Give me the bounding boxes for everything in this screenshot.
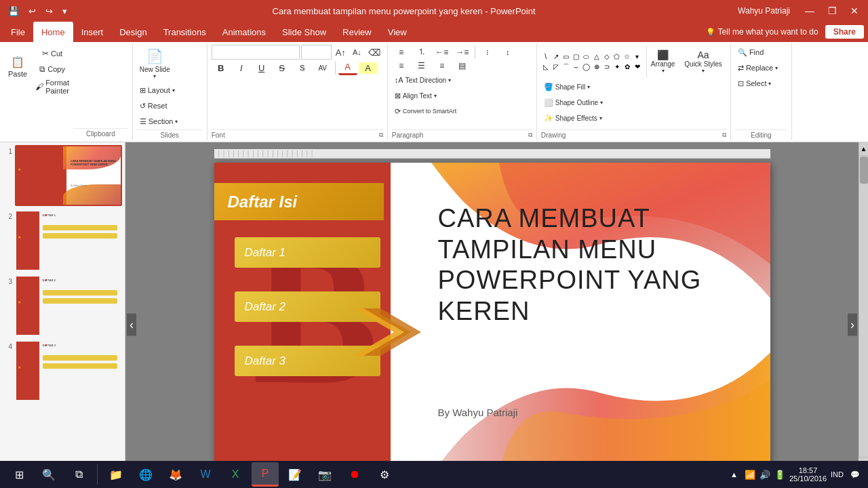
font-shrink-button[interactable]: A↓ [350, 47, 364, 58]
numbering-button[interactable]: ⒈ [412, 45, 431, 59]
find-button[interactable]: 🔍 Find [735, 45, 766, 60]
tab-design[interactable]: Design [111, 22, 155, 42]
undo-button[interactable]: ↩ [26, 5, 39, 18]
font-expand-icon[interactable]: ⧉ [379, 131, 383, 139]
paste-button[interactable]: 📋 Paste [4, 46, 31, 87]
chevron-up-taskbar[interactable]: ▲ [728, 462, 741, 487]
edge-taskbar-button[interactable]: 🌐 [132, 462, 159, 487]
italic-button[interactable]: I [232, 62, 251, 75]
tell-me-input[interactable]: 💡 Tell me what you want to do [699, 26, 825, 38]
shape-line[interactable]: \ [541, 52, 551, 62]
shape-t9[interactable]: ✿ [623, 62, 632, 72]
bullets-button[interactable]: ≡ [392, 46, 411, 58]
camera-taskbar-button[interactable]: 📷 [311, 462, 338, 487]
firefox-taskbar-button[interactable]: 🦊 [162, 462, 189, 487]
align-right-button[interactable]: ≡ [433, 60, 452, 72]
align-left-button[interactable]: ≡ [392, 60, 411, 72]
shape-effects-button[interactable]: ✨ Shape Effects ▾ [541, 110, 605, 125]
shape-t4[interactable]: ⌣ [572, 62, 581, 72]
clear-format-button[interactable]: ⌫ [366, 46, 383, 59]
convert-smartart-button[interactable]: ⟳ Convert to SmartArt [392, 104, 460, 119]
vertical-scrollbar[interactable]: ▲ ▼ [859, 142, 868, 488]
shadow-button[interactable]: S [293, 62, 312, 73]
shape-t8[interactable]: ✦ [612, 62, 622, 72]
clock[interactable]: 18:57 25/10/2016 [789, 466, 827, 483]
scrollbar-up[interactable]: ▲ [859, 142, 868, 156]
bold-button[interactable]: B [212, 62, 231, 75]
shape-rect[interactable]: ▭ [561, 52, 571, 62]
arrange-button[interactable]: ⬛ Arrange ▾ [646, 45, 679, 79]
slide-next-button[interactable]: › [848, 313, 857, 336]
slide-thumb-1[interactable]: 1 CARA MEMBUAT TAMPILAN MENU POWERPOINT … [3, 145, 122, 206]
underline-button[interactable]: U [252, 62, 271, 75]
slide-thumb-3[interactable]: 3 DAFTAR 2 ★ ● [3, 275, 122, 336]
increase-indent-button[interactable]: →≡ [453, 46, 472, 58]
shape-t10[interactable]: ❤ [633, 62, 642, 72]
shape-t6[interactable]: ⊕ [592, 62, 601, 72]
shape-t2[interactable]: ◸ [551, 62, 561, 72]
tab-slideshow[interactable]: Slide Show [274, 22, 334, 42]
quick-styles-button[interactable]: Aa Quick Styles ▾ [680, 45, 726, 79]
start-button[interactable]: ⊞ [5, 462, 33, 487]
reset-button[interactable]: ↺ Reset [137, 98, 170, 113]
settings-taskbar-button[interactable]: ⚙ [371, 462, 398, 487]
layout-button[interactable]: ⊞ Layout ▾ [137, 83, 178, 98]
strikethrough-button[interactable]: S [273, 62, 292, 75]
tab-view[interactable]: View [380, 22, 415, 42]
font-name-select[interactable] [212, 45, 300, 60]
scrollbar-thumb[interactable] [860, 157, 868, 184]
slide-thumb-2[interactable]: 2 DAFTAR 1 ★ ● [3, 210, 122, 271]
shape-more2[interactable]: ◇ [602, 52, 612, 62]
new-slide-button[interactable]: 📄 New Slide ▾ [137, 45, 173, 82]
text-direction-button[interactable]: ↕A Text Direction ▾ [392, 73, 454, 87]
tab-review[interactable]: Review [334, 22, 380, 42]
shape-more1[interactable]: △ [592, 52, 601, 62]
minimize-button[interactable]: — [801, 4, 818, 18]
customize-button[interactable]: ▾ [60, 5, 70, 18]
justify-button[interactable]: ▤ [453, 60, 472, 72]
restore-button[interactable]: ❐ [824, 4, 841, 18]
tab-file[interactable]: File [3, 22, 33, 42]
save-button[interactable]: 💾 [5, 5, 22, 18]
highlight-color-button[interactable]: A [359, 62, 378, 74]
close-button[interactable]: ✕ [846, 4, 863, 18]
shape-arrow[interactable]: ↗ [551, 52, 561, 62]
select-button[interactable]: ⊡ Select ▾ [735, 76, 774, 91]
copy-button[interactable]: ⧉ Copy [33, 62, 72, 77]
font-color-button[interactable]: A [338, 60, 357, 75]
excel-taskbar-button[interactable]: X [222, 462, 249, 487]
tab-transitions[interactable]: Transitions [155, 22, 214, 42]
columns-button[interactable]: ⫶ [478, 47, 497, 58]
line-spacing-button[interactable]: ↕ [498, 47, 517, 58]
align-center-button[interactable]: ☰ [412, 60, 431, 72]
record-taskbar-button[interactable]: ⏺ [341, 462, 368, 487]
replace-button[interactable]: ⇄ Replace ▾ [735, 60, 781, 75]
section-button[interactable]: ☰ Section ▾ [137, 114, 181, 129]
shape-oval[interactable]: ⬭ [582, 52, 591, 62]
shape-scroll[interactable]: ▾ [633, 52, 642, 62]
cut-button[interactable]: ✂ Cut [33, 46, 72, 61]
files-taskbar-button[interactable]: 📁 [102, 462, 130, 487]
char-spacing-button[interactable]: AV [313, 63, 332, 73]
decrease-indent-button[interactable]: ←≡ [433, 46, 452, 58]
tab-insert[interactable]: Insert [73, 22, 112, 42]
shape-more4[interactable]: ☆ [623, 52, 632, 62]
slide-canvas[interactable]: B Daftar Isi Daftar 1 Daftar 2 Daftar 3 [214, 163, 770, 474]
shape-t7[interactable]: ⊃ [602, 62, 612, 72]
notifications-button[interactable]: 💬 [848, 462, 863, 487]
notepad-taskbar-button[interactable]: 📝 [281, 462, 309, 487]
shape-t5[interactable]: ◯ [582, 62, 591, 72]
shape-round-rect[interactable]: ▢ [572, 52, 581, 62]
tab-animations[interactable]: Animations [214, 22, 274, 42]
tab-home[interactable]: Home [33, 22, 73, 42]
slide-subtitle[interactable]: By Wahyu Patriaji [438, 407, 757, 418]
drawing-expand-icon[interactable]: ⧉ [722, 131, 726, 139]
task-view-button[interactable]: ⧉ [65, 462, 92, 487]
slide-thumb-4[interactable]: 4 DAFTAR 3 ★ ● [3, 340, 122, 401]
slide-main-title[interactable]: CARA MEMBUAT TAMPILAN MENU POWERPOINT YA… [438, 203, 757, 327]
word-taskbar-button[interactable]: W [192, 462, 219, 487]
slide-prev-button[interactable]: ‹ [127, 313, 136, 336]
shape-t3[interactable]: ⌒ [561, 62, 571, 72]
font-size-select[interactable] [301, 45, 332, 60]
share-button[interactable]: Share [825, 25, 864, 39]
